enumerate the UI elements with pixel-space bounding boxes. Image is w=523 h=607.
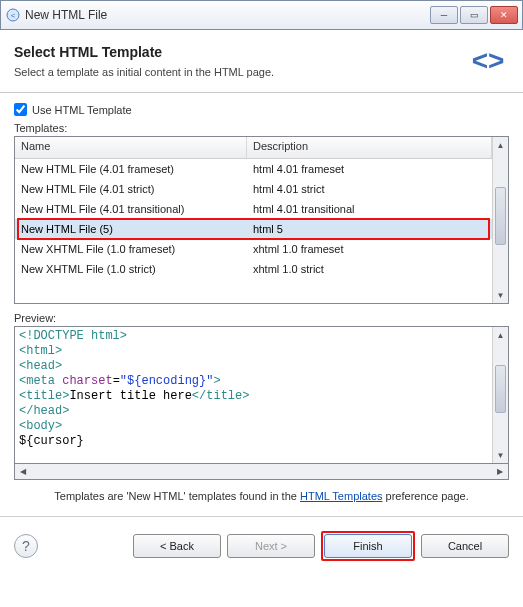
hint-text-before: Templates are 'New HTML' templates found… — [54, 490, 300, 502]
titlebar: < New HTML File ─ ▭ ✕ — [0, 0, 523, 30]
use-template-row: Use HTML Template — [14, 103, 509, 116]
hint-text-after: preference page. — [383, 490, 469, 502]
template-description: html 4.01 frameset — [247, 162, 492, 176]
table-row[interactable]: New HTML File (4.01 strict)html 4.01 str… — [15, 179, 492, 199]
app-icon: < — [5, 7, 21, 23]
table-row[interactable]: New XHTML File (1.0 strict)xhtml 1.0 str… — [15, 259, 492, 279]
table-row[interactable]: New HTML File (4.01 transitional)html 4.… — [15, 199, 492, 219]
template-description: html 4.01 strict — [247, 182, 492, 196]
templates-label: Templates: — [14, 122, 509, 134]
table-scrollbar[interactable]: ▲ ▼ — [492, 137, 508, 303]
templates-table: Name Description New HTML File (4.01 fra… — [14, 136, 509, 304]
preview-label: Preview: — [14, 312, 509, 324]
template-name: New HTML File (5) — [15, 222, 247, 236]
scroll-right-icon[interactable]: ▶ — [492, 464, 508, 479]
finish-button-highlight: Finish — [321, 531, 415, 561]
maximize-button[interactable]: ▭ — [460, 6, 488, 24]
column-description[interactable]: Description — [247, 137, 492, 158]
template-name: New HTML File (4.01 strict) — [15, 182, 247, 196]
template-name: New HTML File (4.01 transitional) — [15, 202, 247, 216]
back-button[interactable]: < Back — [133, 534, 221, 558]
preview-hscrollbar[interactable]: ◀ ▶ — [14, 464, 509, 480]
svg-text:<: < — [11, 11, 16, 20]
template-name: New HTML File (4.01 frameset) — [15, 162, 247, 176]
close-button[interactable]: ✕ — [490, 6, 518, 24]
next-button: Next > — [227, 534, 315, 558]
cancel-button[interactable]: Cancel — [421, 534, 509, 558]
dialog-header: Select HTML Template Select a template a… — [0, 30, 523, 93]
preview-content[interactable]: <!DOCTYPE html> <html> <head> <meta char… — [15, 327, 492, 463]
scroll-down-icon[interactable]: ▼ — [493, 287, 508, 303]
table-row[interactable]: New XHTML File (1.0 frameset)xhtml 1.0 f… — [15, 239, 492, 259]
template-description: html 4.01 transitional — [247, 202, 492, 216]
finish-button[interactable]: Finish — [324, 534, 412, 558]
scroll-up-icon[interactable]: ▲ — [493, 137, 508, 153]
html-templates-link[interactable]: HTML Templates — [300, 490, 383, 502]
preview-box: <!DOCTYPE html> <html> <head> <meta char… — [14, 326, 509, 464]
scroll-thumb[interactable] — [495, 187, 506, 245]
use-template-label: Use HTML Template — [32, 104, 132, 116]
dialog-footer: ? < Back Next > Finish Cancel — [0, 517, 523, 575]
minimize-button[interactable]: ─ — [430, 6, 458, 24]
template-description: xhtml 1.0 frameset — [247, 242, 492, 256]
preview-scrollbar[interactable]: ▲ ▼ — [492, 327, 508, 463]
html-tag-icon: <> — [467, 40, 509, 82]
column-name[interactable]: Name — [15, 137, 247, 158]
use-template-checkbox[interactable] — [14, 103, 27, 116]
table-row[interactable]: New HTML File (4.01 frameset)html 4.01 f… — [15, 159, 492, 179]
help-button[interactable]: ? — [14, 534, 38, 558]
page-subtitle: Select a template as initial content in … — [14, 66, 467, 78]
table-row[interactable]: New HTML File (5)html 5 — [15, 219, 492, 239]
table-header: Name Description — [15, 137, 492, 159]
scroll-up-icon[interactable]: ▲ — [493, 327, 508, 343]
scroll-thumb[interactable] — [495, 365, 506, 413]
scroll-left-icon[interactable]: ◀ — [15, 464, 31, 479]
template-name: New XHTML File (1.0 frameset) — [15, 242, 247, 256]
page-title: Select HTML Template — [14, 44, 467, 60]
template-name: New XHTML File (1.0 strict) — [15, 262, 247, 276]
window-title: New HTML File — [25, 8, 430, 22]
scroll-down-icon[interactable]: ▼ — [493, 447, 508, 463]
template-description: html 5 — [247, 222, 492, 236]
templates-hint: Templates are 'New HTML' templates found… — [14, 480, 509, 506]
template-description: xhtml 1.0 strict — [247, 262, 492, 276]
